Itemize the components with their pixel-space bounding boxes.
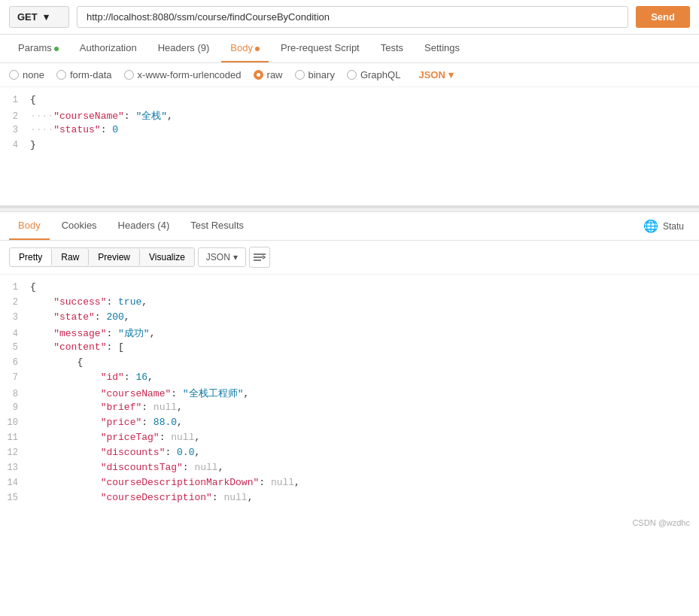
- code-line-3: 3 ····"status": 0: [0, 123, 699, 138]
- watermark: CSDN @wzdhc: [0, 515, 699, 530]
- resp-line-13: 13 "discountsTag": null,: [0, 461, 699, 476]
- radio-graphql[interactable]: GraphQL: [347, 69, 400, 80]
- body-type-row: none form-data x-www-form-urlencoded raw…: [0, 63, 699, 87]
- request-tabs: Params Authorization Headers (9) Body Pr…: [0, 35, 699, 63]
- code-line-1: 1 {: [0, 93, 699, 108]
- radio-circle-graphql: [347, 70, 357, 80]
- resp-line-4: 4 "message": "成功",: [0, 326, 699, 341]
- resp-line-12: 12 "discounts": 0.0,: [0, 446, 699, 461]
- globe-icon: 🌐: [643, 219, 658, 233]
- radio-binary[interactable]: binary: [295, 69, 335, 80]
- tab-settings[interactable]: Settings: [415, 35, 469, 62]
- format-pretty[interactable]: Pretty: [10, 248, 52, 266]
- resp-line-5: 5 "content": [: [0, 341, 699, 356]
- format-preview[interactable]: Preview: [89, 248, 140, 266]
- url-input[interactable]: [77, 6, 628, 28]
- resp-line-9: 9 "brief": null,: [0, 401, 699, 416]
- radio-raw[interactable]: raw: [254, 69, 283, 80]
- radio-circle-binary: [295, 70, 305, 80]
- resp-tab-cookies[interactable]: Cookies: [53, 212, 106, 240]
- resp-line-8: 8 "courseName": "全栈工程师",: [0, 386, 699, 401]
- method-label: GET: [17, 11, 38, 23]
- method-selector[interactable]: GET ▾: [9, 6, 69, 28]
- resp-line-3: 3 "state": 200,: [0, 311, 699, 326]
- radio-form-data[interactable]: form-data: [56, 69, 112, 80]
- format-raw[interactable]: Raw: [52, 248, 89, 266]
- response-format-dropdown[interactable]: JSON ▾: [198, 247, 246, 267]
- tab-tests[interactable]: Tests: [372, 35, 412, 62]
- method-chevron-icon: ▾: [44, 11, 49, 23]
- params-dot: [54, 47, 59, 51]
- format-visualize[interactable]: Visualize: [140, 248, 194, 266]
- tab-authorization[interactable]: Authorization: [71, 35, 146, 62]
- tab-headers[interactable]: Headers (9): [149, 35, 219, 62]
- format-tab-group: Pretty Raw Preview Visualize: [9, 247, 195, 267]
- resp-line-6: 6 {: [0, 356, 699, 371]
- status-label: Statu: [663, 221, 684, 232]
- resp-format-chevron-icon: ▾: [233, 252, 238, 262]
- top-bar: GET ▾ Send: [0, 0, 699, 35]
- resp-line-2: 2 "success": true,: [0, 296, 699, 311]
- send-button[interactable]: Send: [636, 6, 690, 28]
- request-format-dropdown[interactable]: JSON ▾: [418, 69, 453, 80]
- radio-urlencoded[interactable]: x-www-form-urlencoded: [124, 69, 242, 80]
- radio-circle-urlencoded: [124, 70, 134, 80]
- resp-line-15: 15 "courseDescription": null,: [0, 491, 699, 506]
- resp-line-7: 7 "id": 16,: [0, 371, 699, 386]
- resp-tab-test-results[interactable]: Test Results: [181, 212, 253, 240]
- radio-circle-none: [9, 70, 19, 80]
- resp-line-11: 11 "priceTag": null,: [0, 431, 699, 446]
- body-dot: [255, 47, 260, 51]
- resp-line-14: 14 "courseDescriptionMarkDown": null,: [0, 476, 699, 491]
- wrap-icon[interactable]: [249, 247, 270, 268]
- resp-line-1: 1 {: [0, 281, 699, 296]
- response-code-editor[interactable]: 1 { 2 "success": true, 3 "state": 200, 4…: [0, 275, 699, 515]
- radio-circle-raw: [254, 70, 263, 80]
- format-chevron-icon: ▾: [448, 69, 454, 80]
- resp-line-10: 10 "price": 88.0,: [0, 416, 699, 431]
- code-line-4: 4 }: [0, 138, 699, 153]
- radio-circle-form-data: [56, 70, 66, 80]
- response-tabs: Body Cookies Headers (4) Test Results 🌐 …: [0, 212, 699, 241]
- tab-pre-request[interactable]: Pre-request Script: [272, 35, 369, 62]
- radio-none[interactable]: none: [9, 69, 44, 80]
- resp-tab-body[interactable]: Body: [9, 212, 50, 240]
- response-section-header: Body Cookies Headers (4) Test Results 🌐 …: [0, 212, 699, 241]
- code-line-2: 2 ····"courseName": "全栈",: [0, 108, 699, 123]
- resp-tab-headers[interactable]: Headers (4): [109, 212, 179, 240]
- request-code-editor[interactable]: 1 { 2 ····"courseName": "全栈", 3 ····"sta…: [0, 87, 699, 208]
- tab-body[interactable]: Body: [221, 35, 269, 62]
- response-format-toolbar: Pretty Raw Preview Visualize JSON ▾: [0, 241, 699, 275]
- tab-params[interactable]: Params: [9, 35, 68, 62]
